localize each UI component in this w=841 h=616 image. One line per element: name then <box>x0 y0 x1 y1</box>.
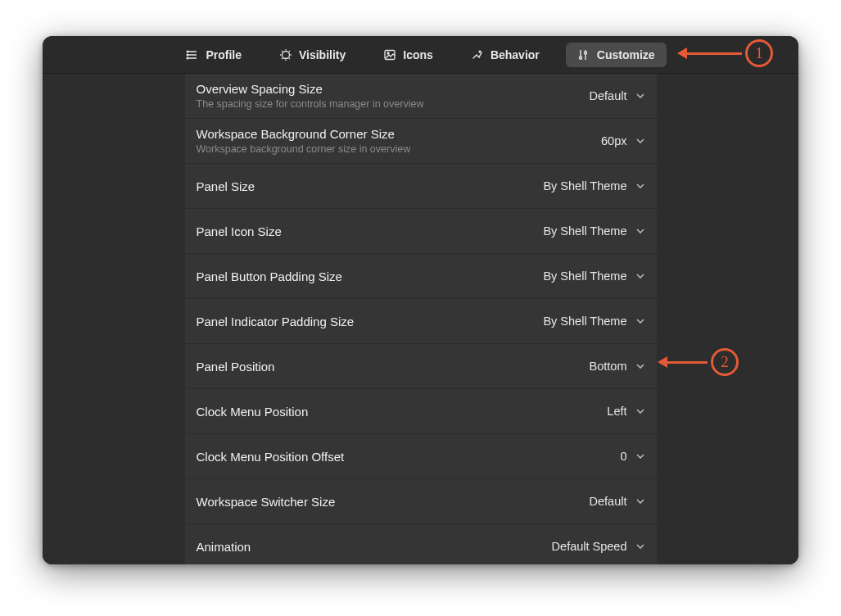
customize-icon <box>577 48 590 61</box>
row-panel-position[interactable]: Panel Position Bottom <box>185 344 657 389</box>
row-panel-button-padding[interactable]: Panel Button Padding Size By Shell Theme <box>185 254 657 299</box>
tab-visibility[interactable]: Visibility <box>268 43 357 67</box>
row-title: Panel Size <box>197 179 255 193</box>
left-gutter <box>43 74 185 564</box>
svg-line-11 <box>282 51 283 52</box>
svg-point-3 <box>188 51 189 52</box>
row-value: By Shell Theme <box>543 224 626 238</box>
row-animation[interactable]: Animation Default Speed <box>185 524 657 564</box>
tab-label: Customize <box>597 48 655 61</box>
row-panel-indicator-padding[interactable]: Panel Indicator Padding Size By Shell Th… <box>185 299 657 344</box>
content-area: Overview Spacing Size The spacing size f… <box>43 74 798 564</box>
row-panel-icon-size[interactable]: Panel Icon Size By Shell Theme <box>185 209 657 254</box>
row-clock-menu-position[interactable]: Clock Menu Position Left <box>185 389 657 434</box>
row-value: 60px <box>601 134 626 147</box>
row-workspace-switcher-size[interactable]: Workspace Switcher Size Default <box>185 479 657 524</box>
tab-label: Visibility <box>299 48 346 61</box>
tab-icons[interactable]: Icons <box>372 43 445 67</box>
chevron-down-icon <box>635 316 645 326</box>
right-gutter <box>657 74 799 564</box>
tab-label: Behavior <box>491 48 540 61</box>
svg-point-17 <box>478 50 481 52</box>
row-value: Default <box>590 89 627 102</box>
svg-point-19 <box>584 52 586 54</box>
row-value: Left <box>607 405 626 418</box>
svg-line-14 <box>289 51 290 52</box>
row-workspace-bg-corner-size[interactable]: Workspace Background Corner Size Workspa… <box>185 119 657 164</box>
svg-point-6 <box>282 51 289 58</box>
behavior-icon <box>471 48 484 61</box>
tab-profile[interactable]: Profile <box>174 43 253 67</box>
chevron-down-icon <box>635 406 645 416</box>
chevron-down-icon <box>635 451 645 461</box>
row-title: Clock Menu Position <box>197 405 309 419</box>
row-title: Panel Icon Size <box>197 224 282 238</box>
svg-point-18 <box>579 57 581 59</box>
svg-line-12 <box>289 58 290 59</box>
icons-icon <box>383 48 396 61</box>
row-clock-menu-offset[interactable]: Clock Menu Position Offset 0 <box>185 434 657 479</box>
profile-icon <box>186 48 199 61</box>
svg-point-5 <box>188 57 189 59</box>
row-title: Clock Menu Position Offset <box>197 450 345 464</box>
svg-point-16 <box>387 52 389 54</box>
row-title: Workspace Switcher Size <box>197 495 336 509</box>
settings-list: Overview Spacing Size The spacing size f… <box>185 74 657 564</box>
row-title: Panel Indicator Padding Size <box>197 315 355 328</box>
row-subtitle: Workspace background corner size in over… <box>197 143 411 155</box>
row-value: Default <box>590 495 627 508</box>
row-value: By Shell Theme <box>543 270 626 283</box>
row-panel-size[interactable]: Panel Size By Shell Theme <box>185 164 657 209</box>
chevron-down-icon <box>635 226 645 236</box>
row-value: Default Speed <box>552 540 627 553</box>
chevron-down-icon <box>635 181 645 191</box>
row-title: Overview Spacing Size <box>197 82 424 96</box>
settings-window: Profile Visibility Icons <box>43 36 798 564</box>
chevron-down-icon <box>635 136 645 146</box>
chevron-down-icon <box>635 271 645 281</box>
visibility-icon <box>279 48 292 61</box>
row-value: 0 <box>620 450 626 463</box>
tab-customize[interactable]: Customize <box>566 43 667 67</box>
row-title: Panel Position <box>197 360 275 374</box>
row-value: By Shell Theme <box>543 179 626 192</box>
row-value: Bottom <box>590 360 627 373</box>
row-title: Panel Button Padding Size <box>197 270 342 283</box>
tab-label: Profile <box>206 48 242 61</box>
svg-line-13 <box>282 58 283 59</box>
tab-bar: Profile Visibility Icons <box>43 36 798 74</box>
tab-label: Icons <box>403 48 433 61</box>
row-value: By Shell Theme <box>543 315 626 328</box>
chevron-down-icon <box>635 541 645 551</box>
row-overview-spacing-size[interactable]: Overview Spacing Size The spacing size f… <box>185 74 657 119</box>
row-title: Animation <box>197 540 251 554</box>
svg-point-4 <box>188 54 189 56</box>
chevron-down-icon <box>635 91 645 101</box>
row-title: Workspace Background Corner Size <box>197 127 411 141</box>
tab-behavior[interactable]: Behavior <box>459 43 551 67</box>
chevron-down-icon <box>635 361 645 371</box>
row-subtitle: The spacing size for controls manager in… <box>197 98 424 110</box>
chevron-down-icon <box>635 496 645 506</box>
